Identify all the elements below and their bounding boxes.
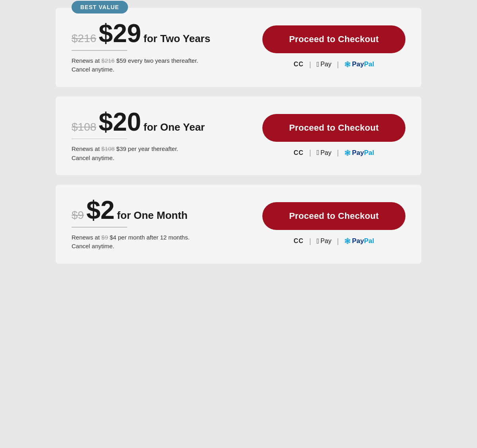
divider-one-month	[72, 227, 127, 228]
sale-price-one-year: $20	[99, 109, 141, 135]
apple-pay-label-one-month: Pay	[320, 238, 332, 245]
paypal-text-one-month: PayPal	[352, 237, 374, 245]
paypal-text-two-year: PayPal	[352, 60, 374, 68]
plans-container: BEST VALUE $216 $29 for Two Years Renews…	[48, 8, 429, 264]
price-row-one-year: $108 $20 for One Year	[72, 109, 262, 135]
paypal-text-one-year: PayPal	[352, 149, 374, 157]
paypal-wrapper-one-month: ❃ PayPal	[344, 236, 374, 246]
apple-icon-two-year: 	[317, 60, 320, 69]
period-label-one-month: for One Month	[117, 209, 188, 222]
paypal-pay-two-year: Pay	[352, 60, 364, 68]
plan-card-two-year: BEST VALUE $216 $29 for Two Years Renews…	[56, 8, 421, 87]
divider-one-year	[72, 139, 127, 139]
plan-right-one-year: Proceed to Checkout CC |  Pay | ❃ PayPa…	[262, 114, 405, 158]
cc-label-one-month: CC	[294, 238, 304, 245]
separator2-one-year: |	[337, 149, 339, 157]
payment-methods-one-year: CC |  Pay | ❃ PayPal	[294, 148, 374, 158]
renews-original-one-month: $9	[101, 234, 108, 241]
checkout-button-one-year[interactable]: Proceed to Checkout	[262, 114, 405, 142]
cc-label-two-year: CC	[294, 61, 304, 68]
original-price-one-year: $108	[72, 121, 96, 133]
divider-two-year	[72, 50, 127, 51]
paypal-icon-one-month: ❃	[344, 236, 351, 246]
price-row-two-year: $216 $29 for Two Years	[72, 21, 262, 46]
renews-text-one-month: Renews at $9 $4 per month after 12 month…	[72, 233, 262, 251]
cc-label-one-year: CC	[294, 149, 304, 156]
paypal-pal-two-year: Pal	[364, 60, 374, 68]
paypal-wrapper-one-year: ❃ PayPal	[344, 148, 374, 158]
separator1-one-year: |	[309, 149, 311, 157]
apple-icon-one-month: 	[317, 237, 320, 245]
paypal-pal-one-year: Pal	[364, 149, 374, 156]
paypal-wrapper-two-year: ❃ PayPal	[344, 60, 374, 69]
plan-card-one-month: $9 $2 for One Month Renews at $9 $4 per …	[56, 185, 421, 264]
paypal-pay-one-month: Pay	[352, 237, 364, 245]
checkout-button-two-year[interactable]: Proceed to Checkout	[262, 25, 405, 53]
paypal-icon-two-year: ❃	[344, 60, 351, 69]
apple-icon-one-year: 	[317, 149, 320, 157]
plan-left-one-month: $9 $2 for One Month Renews at $9 $4 per …	[72, 197, 262, 251]
plan-card-one-year: $108 $20 for One Year Renews at $108 $39…	[56, 97, 421, 176]
renews-text-one-year: Renews at $108 $39 per year thereafter.C…	[72, 145, 262, 162]
paypal-icon-one-year: ❃	[344, 148, 351, 158]
plan-left-one-year: $108 $20 for One Year Renews at $108 $39…	[72, 109, 262, 163]
apple-pay-one-month:  Pay	[317, 237, 332, 245]
apple-pay-label-two-year: Pay	[320, 61, 332, 68]
period-label-two-year: for Two Years	[143, 33, 210, 45]
plan-right-one-month: Proceed to Checkout CC |  Pay | ❃ PayPa…	[262, 202, 405, 246]
original-price-one-month: $9	[72, 209, 84, 222]
renews-original-two-year: $216	[101, 57, 114, 64]
separator2-two-year: |	[337, 60, 339, 69]
price-row-one-month: $9 $2 for One Month	[72, 197, 262, 223]
sale-price-one-month: $2	[86, 197, 114, 223]
separator1-two-year: |	[309, 60, 311, 69]
apple-pay-one-year:  Pay	[317, 149, 332, 157]
renews-text-two-year: Renews at $216 $59 every two years there…	[72, 56, 262, 74]
apple-pay-two-year:  Pay	[317, 60, 332, 69]
separator2-one-month: |	[337, 237, 339, 245]
paypal-pay-one-year: Pay	[352, 149, 364, 156]
renews-original-one-year: $108	[101, 145, 114, 152]
separator1-one-month: |	[309, 237, 311, 245]
plan-right-two-year: Proceed to Checkout CC |  Pay | ❃ PayPa…	[262, 25, 405, 69]
sale-price-two-year: $29	[99, 21, 141, 46]
apple-pay-label-one-year: Pay	[320, 149, 332, 156]
best-value-badge: BEST VALUE	[72, 1, 128, 14]
payment-methods-two-year: CC |  Pay | ❃ PayPal	[294, 60, 374, 69]
checkout-button-one-month[interactable]: Proceed to Checkout	[262, 202, 405, 230]
paypal-pal-one-month: Pal	[364, 237, 374, 245]
period-label-one-year: for One Year	[143, 121, 205, 133]
payment-methods-one-month: CC |  Pay | ❃ PayPal	[294, 236, 374, 246]
original-price-two-year: $216	[72, 32, 96, 45]
plan-left-two-year: $216 $29 for Two Years Renews at $216 $5…	[72, 21, 262, 74]
